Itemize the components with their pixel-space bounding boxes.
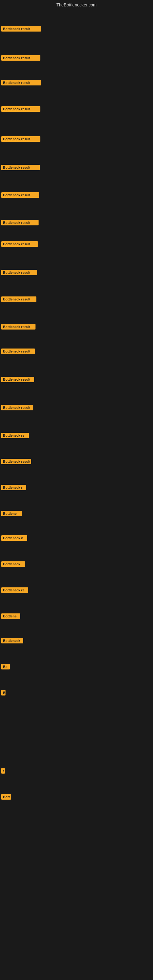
bottleneck-label: Bottleneck result <box>1 80 41 86</box>
list-item: Bottleneck result <box>1 220 38 227</box>
bottleneck-label: Bottleneck result <box>1 241 38 247</box>
list-item: B <box>1 690 5 697</box>
bottleneck-label: Bottleneck re <box>1 587 28 593</box>
list-item: Bottleneck result <box>1 377 34 383</box>
list-item: Bottleneck result <box>1 136 40 143</box>
bottleneck-label: Bottleneck result <box>1 165 40 170</box>
bottleneck-label: Bo <box>1 664 10 670</box>
list-item: Bottleneck result <box>1 348 35 355</box>
list-item: Bottleneck result <box>1 270 37 277</box>
bottleneck-label: Bottleneck result <box>1 220 38 225</box>
bottleneck-label: Bottleneck result <box>1 106 40 112</box>
bottleneck-label: Bottleneck result <box>1 296 37 302</box>
bottleneck-label: Bottleneck result <box>1 377 34 382</box>
list-item: Bottleneck n <box>1 535 27 542</box>
list-item: Bo <box>1 664 10 671</box>
bottleneck-label: Bottleneck result <box>1 324 35 329</box>
list-item: Bottleneck r <box>1 485 26 492</box>
list-item: Bottleneck result <box>1 165 40 172</box>
list-item: Bottlene <box>1 613 20 620</box>
list-item: Bottleneck result <box>1 241 38 248</box>
list-item: Bottleneck result <box>1 55 40 62</box>
bottleneck-label: : <box>1 768 5 773</box>
bottleneck-label: Bottleneck result <box>1 55 40 60</box>
list-item: Bottleneck result <box>1 26 41 33</box>
list-item: Bottleneck result <box>1 459 31 466</box>
bottleneck-label: Bottleneck result <box>1 136 40 142</box>
bottleneck-label: Bottleneck result <box>1 348 35 354</box>
list-item: Bottleneck result <box>1 296 37 303</box>
list-item: Bottleneck result <box>1 106 40 113</box>
bottleneck-label: Bottleneck <box>1 562 25 567</box>
list-item: Bottleneck re <box>1 587 28 594</box>
bottleneck-label: B <box>1 690 5 695</box>
bottleneck-label: Bottlene <box>1 511 22 516</box>
bottleneck-label: Bott <box>1 794 11 800</box>
list-item: Bottleneck result <box>1 80 41 87</box>
bottleneck-label: Bottleneck result <box>1 405 33 410</box>
list-item: Bottleneck result <box>1 324 35 331</box>
bottleneck-label: Bottleneck result <box>1 270 37 275</box>
bottleneck-label: Bottleneck result <box>1 192 39 198</box>
bottleneck-label: Bottleneck r <box>1 485 26 490</box>
list-item: Bottleneck re <box>1 433 29 439</box>
bottleneck-label: Bottleneck n <box>1 535 27 541</box>
bottleneck-label: Bottleneck result <box>1 26 41 32</box>
site-title: TheBottlenecker.com <box>0 0 153 9</box>
list-item: Bott <box>1 794 11 801</box>
list-item: Bottleneck result <box>1 405 33 412</box>
list-item: : <box>1 768 5 775</box>
list-item: Bottlene <box>1 511 22 517</box>
bottleneck-label: Bottleneck re <box>1 433 29 438</box>
bottleneck-label: Bottleneck result <box>1 459 31 464</box>
list-item: Bottleneck result <box>1 192 39 199</box>
list-item: Bottleneck <box>1 638 23 645</box>
list-item: Bottleneck <box>1 562 25 568</box>
page-wrapper: TheBottlenecker.com Bottleneck resultBot… <box>0 0 153 980</box>
bottleneck-label: Bottlene <box>1 613 20 619</box>
bottleneck-label: Bottleneck <box>1 638 23 643</box>
